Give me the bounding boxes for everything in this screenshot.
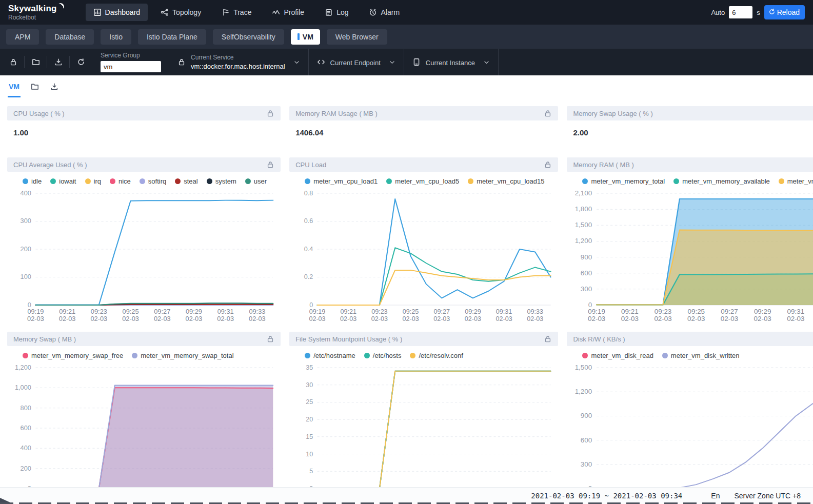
legend-color-dot — [582, 353, 588, 358]
legend-item[interactable]: nice — [110, 177, 131, 185]
nav-item-log[interactable]: Log — [317, 4, 356, 21]
legend-item[interactable]: meter_vm_cpu_load15 — [468, 177, 544, 185]
svg-text:02-03: 02-03 — [433, 315, 450, 322]
lock-icon[interactable] — [266, 109, 274, 117]
language-toggle[interactable]: En — [711, 492, 720, 500]
metric-value: 1406.04 — [289, 120, 558, 151]
page-tabs-bar: VM — [0, 75, 813, 97]
legend-item[interactable]: /etc/resolv.conf — [410, 352, 463, 359]
download-icon[interactable] — [47, 56, 70, 68]
lock-icon[interactable] — [266, 160, 274, 169]
lock-icon[interactable] — [2, 56, 25, 68]
current-endpoint-selector[interactable]: Current Endpoint — [308, 49, 404, 75]
legend-item[interactable]: system — [207, 177, 236, 185]
template-tab-label: Istio — [109, 33, 123, 41]
alarm-icon — [369, 8, 377, 16]
svg-text:300: 300 — [21, 218, 31, 225]
chart-canvas[interactable]: 00.20.40.60.809:1902-0309:2102-0309:2302… — [289, 186, 558, 326]
legend-item[interactable]: steal — [175, 177, 197, 185]
auto-interval-input[interactable] — [729, 6, 752, 18]
template-tab-apm[interactable]: APM — [6, 29, 39, 45]
legend-label: steal — [184, 177, 197, 185]
legend-item[interactable]: user — [245, 177, 267, 185]
legend-item[interactable]: /etc/hosts — [364, 352, 402, 359]
legend-label: meter_vm_disk_read — [591, 352, 653, 359]
legend-color-dot — [132, 353, 137, 358]
server-zone[interactable]: Server Zone UTC +8 — [734, 492, 801, 500]
lock-icon — [177, 58, 186, 66]
service-group-input[interactable] — [101, 61, 161, 72]
template-tab-web-browser[interactable]: Web Browser — [327, 29, 387, 45]
refresh-icon[interactable] — [70, 56, 92, 68]
legend-item[interactable]: meter_vm_cpu_load1 — [305, 177, 378, 185]
chart-canvas[interactable]: 0510152025303509:1902-0309:2102-0309:230… — [289, 360, 558, 504]
lock-icon[interactable] — [266, 335, 274, 343]
svg-text:02-03: 02-03 — [91, 315, 108, 322]
legend-item[interactable]: meter_vm_memory_total — [582, 177, 665, 185]
legend-item[interactable]: meter_vm_memory_swap_free — [23, 352, 123, 359]
template-tab-selfobservability[interactable]: SelfObservability — [213, 29, 284, 45]
nav-item-topology[interactable]: Topology — [153, 4, 209, 21]
svg-text:09:27: 09:27 — [434, 308, 450, 315]
filter-toolbar: Service Group Current Service vm::docker… — [0, 49, 813, 75]
chart-canvas[interactable]: 02004006008001,0001,20009:1902-0309:2102… — [7, 360, 281, 504]
auto-unit-label: s — [757, 9, 760, 16]
nav-item-alarm[interactable]: Alarm — [361, 4, 407, 21]
legend-label: system — [215, 177, 236, 185]
lock-icon[interactable] — [544, 335, 552, 343]
legend-item[interactable]: meter_vm_cpu_load5 — [386, 177, 459, 185]
legend-item[interactable]: meter_vm_disk_read — [582, 352, 653, 359]
time-range[interactable]: 2021-02-03 09:19 ~ 2021-02-03 09:34 — [531, 492, 682, 500]
active-tab-marker — [298, 33, 300, 40]
nav-item-profile[interactable]: Profile — [264, 4, 312, 21]
template-tab-vm[interactable]: VM — [291, 29, 320, 45]
template-tab-label: APM — [15, 33, 30, 41]
chart-canvas[interactable]: 03006009001,2001,5001,8002,10009:1902-03… — [567, 186, 813, 326]
metric-panel: Memory RAM Usage ( MB ) 1406.04 — [289, 106, 558, 151]
svg-text:02-03: 02-03 — [59, 315, 76, 322]
svg-text:1,500: 1,500 — [575, 364, 592, 371]
legend-label: meter_vm_memory_available — [682, 177, 770, 185]
nav-item-label: Topology — [172, 8, 201, 16]
svg-text:0.2: 0.2 — [304, 274, 313, 281]
legend-item[interactable]: /etc/hostname — [305, 352, 355, 359]
current-service-selector[interactable]: Current Service vm::docker.for.mac.host.… — [169, 49, 308, 75]
svg-text:09:23: 09:23 — [371, 308, 388, 315]
brand-subtitle: Rocketbot — [8, 14, 64, 21]
legend-color-dot — [386, 178, 392, 184]
lock-icon[interactable] — [544, 160, 552, 169]
legend-item[interactable]: softirq — [140, 177, 166, 185]
lock-icon[interactable] — [544, 109, 552, 117]
reload-label: Reload — [777, 8, 800, 16]
current-instance-selector[interactable]: Current Instance — [404, 49, 499, 75]
svg-text:600: 600 — [581, 436, 592, 443]
svg-text:02-03: 02-03 — [655, 315, 672, 322]
service-group-field: Service Group — [92, 49, 169, 75]
brand[interactable]: Skywalking Rocketbot — [8, 4, 64, 21]
svg-text:02-03: 02-03 — [465, 315, 481, 322]
legend-item[interactable]: irq — [85, 177, 101, 185]
nav-item-dashboard[interactable]: Dashboard — [86, 4, 148, 21]
folder-icon[interactable] — [25, 56, 47, 68]
legend-label: softirq — [148, 177, 166, 185]
chart-canvas[interactable]: 010020030040009:1902-0309:2102-0309:2302… — [7, 186, 281, 326]
legend-item[interactable]: meter_vm_disk_written — [662, 352, 740, 359]
legend-item[interactable]: meter_vm_memory_swap_total — [132, 352, 233, 359]
chart-canvas[interactable]: 03006009001,2001,50009:1902-0309:2102-03… — [567, 360, 813, 504]
template-tab-istio-data-plane[interactable]: Istio Data Plane — [138, 29, 206, 45]
tab-vm[interactable]: VM — [9, 75, 19, 97]
folder-icon[interactable] — [31, 83, 39, 91]
legend-item[interactable]: iowait — [50, 177, 76, 185]
nav-item-trace[interactable]: Trace — [214, 4, 259, 21]
legend-label: nice — [118, 177, 131, 185]
download-icon[interactable] — [50, 83, 58, 91]
legend-label: meter_vm_cpu_load15 — [477, 177, 544, 185]
legend-item[interactable]: meter_vm_memory_available — [673, 177, 770, 185]
template-tab-database[interactable]: Database — [46, 29, 94, 45]
reload-button[interactable]: Reload — [764, 5, 805, 19]
svg-text:0.8: 0.8 — [304, 190, 313, 197]
template-tab-istio[interactable]: Istio — [101, 29, 131, 45]
svg-text:09:33: 09:33 — [527, 308, 544, 315]
legend-item[interactable]: idle — [23, 177, 42, 185]
legend-item[interactable]: meter_vm — [779, 177, 813, 185]
